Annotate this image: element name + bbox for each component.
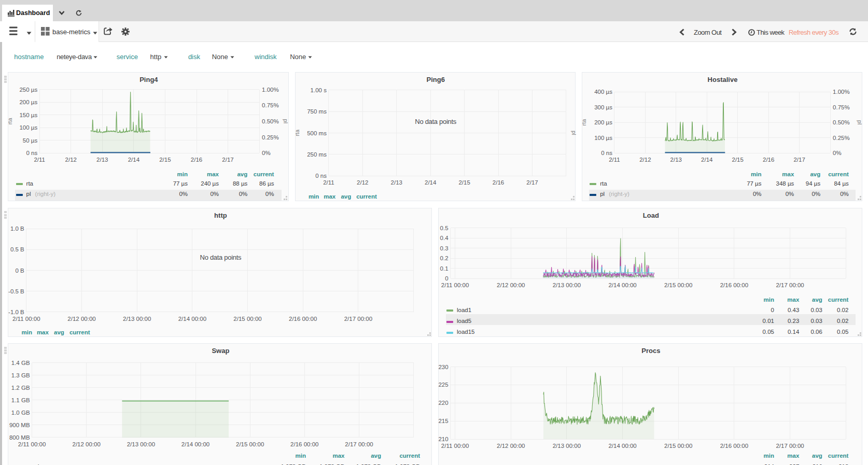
svg-text:1.0 B: 1.0 B [10, 226, 24, 232]
svg-text:900 MB: 900 MB [9, 422, 30, 428]
svg-text:2/17 00:00: 2/17 00:00 [776, 443, 804, 449]
svg-text:pl: pl [571, 131, 576, 135]
svg-text:220: 220 [439, 400, 449, 406]
svg-text:2/14 00:00: 2/14 00:00 [609, 443, 637, 449]
svg-text:2/15 00:00: 2/15 00:00 [664, 282, 692, 288]
svg-text:rta: rta [296, 129, 300, 136]
svg-text:1.4 GB: 1.4 GB [11, 360, 30, 366]
svg-text:0.25%: 0.25% [833, 135, 850, 141]
svg-text:0.75%: 0.75% [262, 103, 279, 109]
svg-text:1.00%: 1.00% [262, 87, 279, 93]
svg-text:2/13 00:00: 2/13 00:00 [123, 316, 151, 322]
svg-text:-0.5 B: -0.5 B [9, 288, 25, 294]
svg-text:2/15 00:00: 2/15 00:00 [236, 441, 264, 447]
svg-text:200 µs: 200 µs [20, 99, 38, 105]
svg-text:2/11: 2/11 [34, 157, 46, 163]
svg-text:1.00%: 1.00% [833, 89, 850, 95]
svg-text:800 MB: 800 MB [9, 434, 30, 441]
svg-text:2/17 00:00: 2/17 00:00 [344, 316, 372, 322]
svg-text:2/16 00:00: 2/16 00:00 [720, 443, 748, 449]
svg-text:0: 0 [445, 275, 449, 281]
svg-text:2/15: 2/15 [458, 179, 470, 186]
svg-text:500 ms: 500 ms [307, 130, 327, 136]
svg-text:2/15: 2/15 [732, 157, 744, 163]
svg-text:0.50%: 0.50% [262, 118, 279, 124]
svg-text:250 µs: 250 µs [20, 87, 38, 93]
svg-text:230: 230 [439, 364, 449, 370]
svg-text:50 µs: 50 µs [23, 137, 38, 144]
svg-text:2/13 00:00: 2/13 00:00 [553, 282, 581, 288]
svg-text:200 µs: 200 µs [594, 119, 612, 125]
svg-text:2/11 00:00: 2/11 00:00 [441, 282, 469, 288]
svg-text:2/13: 2/13 [670, 157, 682, 163]
svg-text:2/16 00:00: 2/16 00:00 [289, 316, 317, 322]
svg-text:2/11 00:00: 2/11 00:00 [441, 443, 469, 449]
svg-text:1.3 GB: 1.3 GB [11, 372, 30, 378]
svg-text:250 ms: 250 ms [307, 151, 327, 158]
svg-text:210: 210 [439, 436, 449, 442]
svg-text:2/14: 2/14 [128, 157, 140, 163]
svg-text:2/12 00:00: 2/12 00:00 [497, 282, 525, 288]
svg-text:0.5: 0.5 [440, 225, 449, 231]
svg-text:2/11 00:00: 2/11 00:00 [12, 316, 40, 322]
svg-text:750 ms: 750 ms [307, 108, 327, 115]
svg-text:225: 225 [439, 382, 449, 388]
svg-text:rta: rta [8, 118, 13, 125]
svg-text:rta: rta [582, 119, 587, 126]
svg-text:0 B: 0 B [16, 267, 25, 274]
svg-text:2/17: 2/17 [222, 157, 234, 163]
svg-text:2/14 00:00: 2/14 00:00 [609, 282, 637, 288]
svg-text:0 ns: 0 ns [26, 150, 38, 156]
svg-text:2/15 00:00: 2/15 00:00 [234, 316, 262, 322]
svg-text:100 µs: 100 µs [594, 135, 612, 141]
svg-text:0.2: 0.2 [440, 255, 449, 261]
svg-text:1.00 s: 1.00 s [310, 87, 327, 93]
svg-text:2/14 00:00: 2/14 00:00 [181, 441, 209, 447]
svg-text:300 µs: 300 µs [594, 104, 612, 110]
svg-text:150 µs: 150 µs [20, 112, 38, 118]
svg-text:0.1: 0.1 [440, 265, 449, 272]
svg-text:0.50%: 0.50% [833, 119, 850, 125]
svg-text:2/16: 2/16 [763, 157, 774, 163]
svg-text:2/15 00:00: 2/15 00:00 [664, 443, 692, 449]
svg-text:2/17: 2/17 [526, 179, 538, 186]
svg-text:2/13: 2/13 [390, 179, 402, 186]
svg-text:2/14: 2/14 [701, 157, 713, 163]
svg-text:2/12: 2/12 [357, 179, 368, 186]
svg-text:0 ns: 0 ns [601, 150, 612, 156]
svg-text:2/16: 2/16 [191, 157, 202, 163]
svg-text:2/14 00:00: 2/14 00:00 [178, 316, 206, 322]
svg-text:pl: pl [857, 120, 863, 125]
svg-text:2/17: 2/17 [793, 157, 805, 163]
svg-text:0.4: 0.4 [440, 235, 449, 241]
svg-text:2/12 00:00: 2/12 00:00 [73, 441, 101, 447]
svg-text:400 µs: 400 µs [594, 89, 612, 95]
svg-text:2/12: 2/12 [65, 157, 77, 163]
svg-text:0%: 0% [262, 150, 271, 156]
svg-text:2/14: 2/14 [425, 179, 437, 186]
svg-text:2/12 00:00: 2/12 00:00 [497, 443, 525, 449]
svg-text:2/16 00:00: 2/16 00:00 [720, 282, 748, 288]
svg-text:2/13: 2/13 [96, 157, 108, 163]
svg-text:pl: pl [283, 119, 289, 124]
svg-text:0 ns: 0 ns [315, 173, 327, 179]
svg-text:0%: 0% [833, 150, 842, 156]
svg-text:2/17 00:00: 2/17 00:00 [345, 441, 373, 447]
svg-text:0.5 B: 0.5 B [10, 246, 24, 252]
svg-text:-1.0 B: -1.0 B [9, 309, 25, 315]
svg-text:1.1 GB: 1.1 GB [11, 397, 30, 403]
svg-text:2/11: 2/11 [323, 179, 334, 186]
svg-text:2/12 00:00: 2/12 00:00 [68, 316, 96, 322]
svg-text:1.0 GB: 1.0 GB [11, 410, 30, 416]
svg-text:2/13 00:00: 2/13 00:00 [127, 441, 155, 447]
svg-text:1.2 GB: 1.2 GB [11, 385, 30, 391]
svg-text:2/11: 2/11 [609, 157, 620, 163]
svg-text:0.25%: 0.25% [262, 134, 279, 140]
svg-text:2/13 00:00: 2/13 00:00 [553, 443, 581, 449]
svg-text:2/16: 2/16 [492, 179, 503, 186]
svg-text:215: 215 [439, 418, 449, 424]
svg-text:2/12: 2/12 [639, 157, 651, 163]
svg-text:0.3: 0.3 [440, 245, 449, 251]
svg-text:2/11 00:00: 2/11 00:00 [18, 441, 46, 447]
svg-text:100 µs: 100 µs [20, 124, 38, 131]
